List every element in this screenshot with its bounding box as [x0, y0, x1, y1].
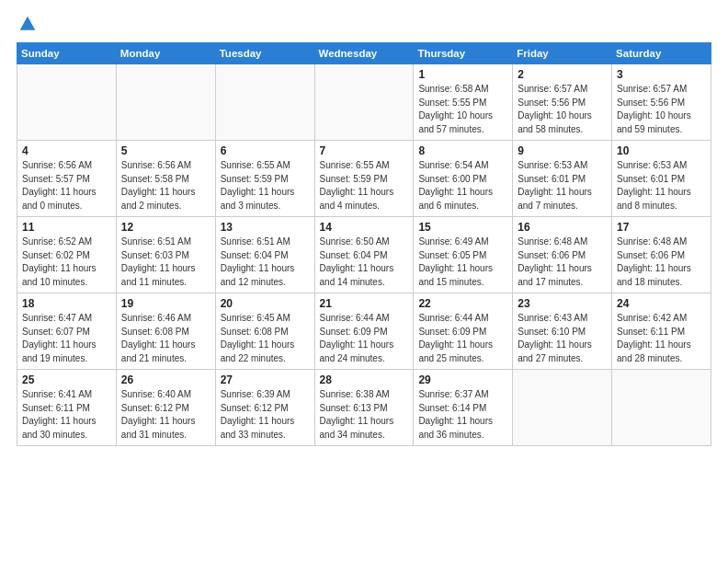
weekday-header-sunday: Sunday	[17, 43, 117, 64]
calendar-cell: 6Sunrise: 6:55 AM Sunset: 5:59 PM Daylig…	[215, 141, 314, 217]
calendar-cell: 23Sunrise: 6:43 AM Sunset: 6:10 PM Dayli…	[513, 293, 612, 370]
calendar-cell: 14Sunrise: 6:50 AM Sunset: 6:04 PM Dayli…	[314, 217, 414, 293]
day-info: Sunrise: 6:47 AM Sunset: 6:07 PM Dayligh…	[22, 312, 111, 365]
day-number: 12	[121, 221, 210, 234]
weekday-header-saturday: Saturday	[612, 43, 711, 64]
day-number: 7	[320, 144, 409, 157]
weekday-header-tuesday: Tuesday	[215, 43, 314, 64]
day-number: 25	[22, 373, 111, 386]
day-number: 9	[518, 144, 607, 157]
calendar-cell: 16Sunrise: 6:48 AM Sunset: 6:06 PM Dayli…	[513, 217, 612, 293]
calendar-cell: 13Sunrise: 6:51 AM Sunset: 6:04 PM Dayli…	[215, 217, 314, 293]
day-info: Sunrise: 6:53 AM Sunset: 6:01 PM Dayligh…	[617, 159, 706, 213]
day-number: 20	[221, 297, 310, 310]
day-info: Sunrise: 6:40 AM Sunset: 6:12 PM Dayligh…	[121, 388, 210, 442]
logo	[17, 15, 37, 33]
calendar-table: SundayMondayTuesdayWednesdayThursdayFrid…	[17, 42, 711, 446]
day-info: Sunrise: 6:49 AM Sunset: 6:05 PM Dayligh…	[418, 236, 507, 289]
calendar-cell: 9Sunrise: 6:53 AM Sunset: 6:01 PM Daylig…	[513, 141, 612, 217]
calendar-cell: 28Sunrise: 6:38 AM Sunset: 6:13 PM Dayli…	[314, 370, 414, 446]
weekday-header-monday: Monday	[116, 43, 215, 64]
day-number: 29	[418, 373, 507, 386]
calendar-cell: 2Sunrise: 6:57 AM Sunset: 5:56 PM Daylig…	[513, 64, 612, 141]
weekday-header-wednesday: Wednesday	[314, 43, 414, 64]
day-number: 23	[518, 297, 607, 310]
calendar-week-0: 1Sunrise: 6:58 AM Sunset: 5:55 PM Daylig…	[17, 64, 711, 141]
calendar-cell: 4Sunrise: 6:56 AM Sunset: 5:57 PM Daylig…	[17, 141, 117, 217]
day-number: 21	[320, 297, 409, 310]
day-info: Sunrise: 6:39 AM Sunset: 6:12 PM Dayligh…	[221, 388, 310, 442]
day-info: Sunrise: 6:58 AM Sunset: 5:55 PM Dayligh…	[418, 83, 507, 136]
day-info: Sunrise: 6:46 AM Sunset: 6:08 PM Dayligh…	[121, 312, 210, 365]
day-number: 14	[320, 221, 409, 234]
day-info: Sunrise: 6:51 AM Sunset: 6:03 PM Dayligh…	[121, 236, 210, 289]
calendar-cell: 3Sunrise: 6:57 AM Sunset: 5:56 PM Daylig…	[612, 64, 711, 141]
calendar-week-3: 18Sunrise: 6:47 AM Sunset: 6:07 PM Dayli…	[17, 293, 711, 370]
calendar-cell: 19Sunrise: 6:46 AM Sunset: 6:08 PM Dayli…	[116, 293, 215, 370]
calendar-cell: 7Sunrise: 6:55 AM Sunset: 5:59 PM Daylig…	[314, 141, 414, 217]
day-number: 1	[418, 68, 507, 81]
calendar-cell	[116, 64, 215, 141]
logo-icon	[18, 15, 37, 33]
day-info: Sunrise: 6:44 AM Sunset: 6:09 PM Dayligh…	[418, 312, 507, 365]
day-info: Sunrise: 6:56 AM Sunset: 5:58 PM Dayligh…	[121, 159, 210, 213]
weekday-header-thursday: Thursday	[414, 43, 513, 64]
day-info: Sunrise: 6:53 AM Sunset: 6:01 PM Dayligh…	[518, 159, 607, 213]
day-number: 10	[617, 144, 706, 157]
day-info: Sunrise: 6:37 AM Sunset: 6:14 PM Dayligh…	[418, 388, 507, 442]
day-number: 24	[617, 297, 706, 310]
weekday-header-row: SundayMondayTuesdayWednesdayThursdayFrid…	[17, 43, 711, 64]
day-info: Sunrise: 6:52 AM Sunset: 6:02 PM Dayligh…	[22, 236, 111, 289]
calendar-cell: 18Sunrise: 6:47 AM Sunset: 6:07 PM Dayli…	[17, 293, 117, 370]
calendar-week-2: 11Sunrise: 6:52 AM Sunset: 6:02 PM Dayli…	[17, 217, 711, 293]
day-number: 27	[221, 373, 310, 386]
day-number: 19	[121, 297, 210, 310]
day-info: Sunrise: 6:38 AM Sunset: 6:13 PM Dayligh…	[320, 388, 409, 442]
calendar-cell: 15Sunrise: 6:49 AM Sunset: 6:05 PM Dayli…	[414, 217, 513, 293]
calendar-cell	[612, 370, 711, 446]
svg-marker-0	[20, 17, 36, 30]
day-info: Sunrise: 6:57 AM Sunset: 5:56 PM Dayligh…	[617, 83, 706, 136]
day-info: Sunrise: 6:50 AM Sunset: 6:04 PM Dayligh…	[320, 236, 409, 289]
day-info: Sunrise: 6:55 AM Sunset: 5:59 PM Dayligh…	[221, 159, 310, 213]
day-info: Sunrise: 6:43 AM Sunset: 6:10 PM Dayligh…	[518, 312, 607, 365]
calendar-cell: 12Sunrise: 6:51 AM Sunset: 6:03 PM Dayli…	[116, 217, 215, 293]
calendar-cell	[215, 64, 314, 141]
weekday-header-friday: Friday	[513, 43, 612, 64]
day-info: Sunrise: 6:56 AM Sunset: 5:57 PM Dayligh…	[22, 159, 111, 213]
calendar-cell: 27Sunrise: 6:39 AM Sunset: 6:12 PM Dayli…	[215, 370, 314, 446]
calendar-cell: 24Sunrise: 6:42 AM Sunset: 6:11 PM Dayli…	[612, 293, 711, 370]
calendar-week-4: 25Sunrise: 6:41 AM Sunset: 6:11 PM Dayli…	[17, 370, 711, 446]
day-number: 8	[418, 144, 507, 157]
day-number: 6	[221, 144, 310, 157]
day-info: Sunrise: 6:41 AM Sunset: 6:11 PM Dayligh…	[22, 388, 111, 442]
day-number: 4	[22, 144, 111, 157]
calendar-cell: 5Sunrise: 6:56 AM Sunset: 5:58 PM Daylig…	[116, 141, 215, 217]
day-info: Sunrise: 6:45 AM Sunset: 6:08 PM Dayligh…	[221, 312, 310, 365]
day-number: 26	[121, 373, 210, 386]
day-info: Sunrise: 6:48 AM Sunset: 6:06 PM Dayligh…	[617, 236, 706, 289]
day-number: 2	[518, 68, 607, 81]
day-info: Sunrise: 6:54 AM Sunset: 6:00 PM Dayligh…	[418, 159, 507, 213]
calendar-cell	[17, 64, 117, 141]
calendar-cell	[314, 64, 414, 141]
calendar-cell: 29Sunrise: 6:37 AM Sunset: 6:14 PM Dayli…	[414, 370, 513, 446]
day-number: 11	[22, 221, 111, 234]
day-info: Sunrise: 6:42 AM Sunset: 6:11 PM Dayligh…	[617, 312, 706, 365]
day-number: 22	[418, 297, 507, 310]
calendar-cell: 1Sunrise: 6:58 AM Sunset: 5:55 PM Daylig…	[414, 64, 513, 141]
calendar-cell: 25Sunrise: 6:41 AM Sunset: 6:11 PM Dayli…	[17, 370, 117, 446]
calendar-cell: 20Sunrise: 6:45 AM Sunset: 6:08 PM Dayli…	[215, 293, 314, 370]
day-number: 16	[518, 221, 607, 234]
day-number: 5	[121, 144, 210, 157]
day-number: 17	[617, 221, 706, 234]
day-info: Sunrise: 6:51 AM Sunset: 6:04 PM Dayligh…	[221, 236, 310, 289]
day-number: 28	[320, 373, 409, 386]
day-info: Sunrise: 6:44 AM Sunset: 6:09 PM Dayligh…	[320, 312, 409, 365]
day-number: 18	[22, 297, 111, 310]
calendar-cell: 10Sunrise: 6:53 AM Sunset: 6:01 PM Dayli…	[612, 141, 711, 217]
day-number: 15	[418, 221, 507, 234]
header	[17, 15, 711, 33]
page: SundayMondayTuesdayWednesdayThursdayFrid…	[0, 0, 728, 563]
calendar-cell: 8Sunrise: 6:54 AM Sunset: 6:00 PM Daylig…	[414, 141, 513, 217]
